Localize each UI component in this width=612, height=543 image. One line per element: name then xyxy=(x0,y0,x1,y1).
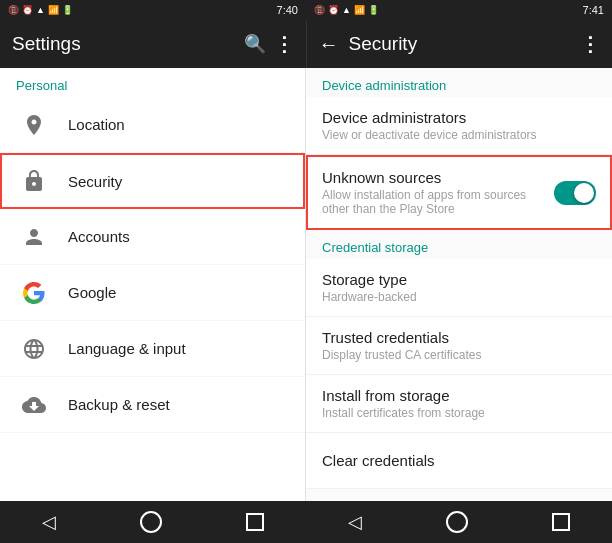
status-bar-left: 📵⏰▲📶🔋 7:40 xyxy=(0,0,306,20)
trusted-credentials-text: Trusted credentials Display trusted CA c… xyxy=(322,329,596,362)
storage-type-sublabel: Hardware-backed xyxy=(322,290,596,304)
storage-type-label: Storage type xyxy=(322,271,596,288)
nav-bar-right: ◁ xyxy=(306,501,612,543)
right-panel: Device administration Device administrat… xyxy=(306,68,612,501)
home-nav-left[interactable] xyxy=(140,511,162,533)
install-storage-item[interactable]: Install from storage Install certificate… xyxy=(306,375,612,433)
trusted-credentials-item[interactable]: Trusted credentials Display trusted CA c… xyxy=(306,317,612,375)
recent-nav-right[interactable] xyxy=(552,513,570,531)
status-bar: 📵⏰▲📶🔋 7:40 📵⏰▲📶🔋 7:41 xyxy=(0,0,612,20)
install-storage-sublabel: Install certificates from storage xyxy=(322,406,596,420)
more-icon-left[interactable]: ⋮ xyxy=(274,32,294,56)
clear-credentials-label: Clear credentials xyxy=(322,452,596,469)
back-nav-left[interactable]: ◁ xyxy=(42,511,56,533)
more-icon-right[interactable]: ⋮ xyxy=(580,32,600,56)
backup-icon xyxy=(16,393,52,417)
left-top-bar: Settings 🔍 ⋮ xyxy=(0,20,307,68)
personal-section-header: Personal xyxy=(0,68,305,97)
main-content: Personal Location Security xyxy=(0,68,612,501)
accounts-text: Accounts xyxy=(68,228,130,245)
settings-item-language[interactable]: Language & input xyxy=(0,321,305,377)
backup-label: Backup & reset xyxy=(68,396,170,413)
accounts-icon xyxy=(16,225,52,249)
toggle-knob xyxy=(574,183,594,203)
device-admin-sublabel: View or deactivate device administrators xyxy=(322,128,596,142)
device-admin-label: Device administrators xyxy=(322,109,596,126)
device-admin-text: Device administrators View or deactivate… xyxy=(322,109,596,142)
back-nav-right[interactable]: ◁ xyxy=(348,511,362,533)
location-text: Location xyxy=(68,116,125,133)
language-icon xyxy=(16,337,52,361)
settings-item-backup[interactable]: Backup & reset xyxy=(0,377,305,433)
google-icon xyxy=(16,281,52,305)
install-storage-text: Install from storage Install certificate… xyxy=(322,387,596,420)
top-bar: Settings 🔍 ⋮ ← Security ⋮ xyxy=(0,20,612,68)
google-label: Google xyxy=(68,284,116,301)
status-icons-right: 📵⏰▲📶🔋 xyxy=(314,5,379,15)
clear-credentials-text: Clear credentials xyxy=(322,452,596,469)
google-text: Google xyxy=(68,284,116,301)
nav-bar-left: ◁ xyxy=(0,501,306,543)
device-admin-item[interactable]: Device administrators View or deactivate… xyxy=(306,97,612,155)
settings-item-security[interactable]: Security xyxy=(0,153,305,209)
unknown-sources-sublabel: Allow installation of apps from sources … xyxy=(322,188,546,216)
device-admin-header: Device administration xyxy=(306,68,612,97)
status-bar-right: 📵⏰▲📶🔋 7:41 xyxy=(306,0,612,20)
language-text: Language & input xyxy=(68,340,186,357)
back-icon[interactable]: ← xyxy=(319,33,339,56)
recent-nav-left[interactable] xyxy=(246,513,264,531)
trusted-credentials-label: Trusted credentials xyxy=(322,329,596,346)
home-nav-right[interactable] xyxy=(446,511,468,533)
settings-item-google[interactable]: Google xyxy=(0,265,305,321)
security-title: Security xyxy=(349,33,581,55)
storage-type-text: Storage type Hardware-backed xyxy=(322,271,596,304)
nav-bar: ◁ ◁ xyxy=(0,501,612,543)
security-icon xyxy=(16,169,52,193)
unknown-sources-text: Unknown sources Allow installation of ap… xyxy=(322,169,546,216)
unknown-sources-toggle[interactable] xyxy=(554,181,596,205)
location-label: Location xyxy=(68,116,125,133)
settings-title: Settings xyxy=(12,33,236,55)
settings-item-accounts[interactable]: Accounts xyxy=(0,209,305,265)
left-panel: Personal Location Security xyxy=(0,68,306,501)
search-icon[interactable]: 🔍 xyxy=(244,33,266,55)
status-icons-left: 📵⏰▲📶🔋 xyxy=(8,5,73,15)
settings-item-location[interactable]: Location xyxy=(0,97,305,153)
backup-text: Backup & reset xyxy=(68,396,170,413)
time-right: 7:41 xyxy=(583,4,604,16)
storage-type-item[interactable]: Storage type Hardware-backed xyxy=(306,259,612,317)
security-label: Security xyxy=(68,173,122,190)
right-top-bar: ← Security ⋮ xyxy=(307,20,613,68)
time-left: 7:40 xyxy=(277,4,298,16)
install-storage-label: Install from storage xyxy=(322,387,596,404)
language-label: Language & input xyxy=(68,340,186,357)
accounts-label: Accounts xyxy=(68,228,130,245)
credential-storage-header: Credential storage xyxy=(306,230,612,259)
clear-credentials-item[interactable]: Clear credentials xyxy=(306,433,612,489)
unknown-sources-item[interactable]: Unknown sources Allow installation of ap… xyxy=(306,155,612,230)
unknown-sources-label: Unknown sources xyxy=(322,169,546,186)
trusted-credentials-sublabel: Display trusted CA certificates xyxy=(322,348,596,362)
location-icon xyxy=(16,113,52,137)
security-text: Security xyxy=(68,173,122,190)
